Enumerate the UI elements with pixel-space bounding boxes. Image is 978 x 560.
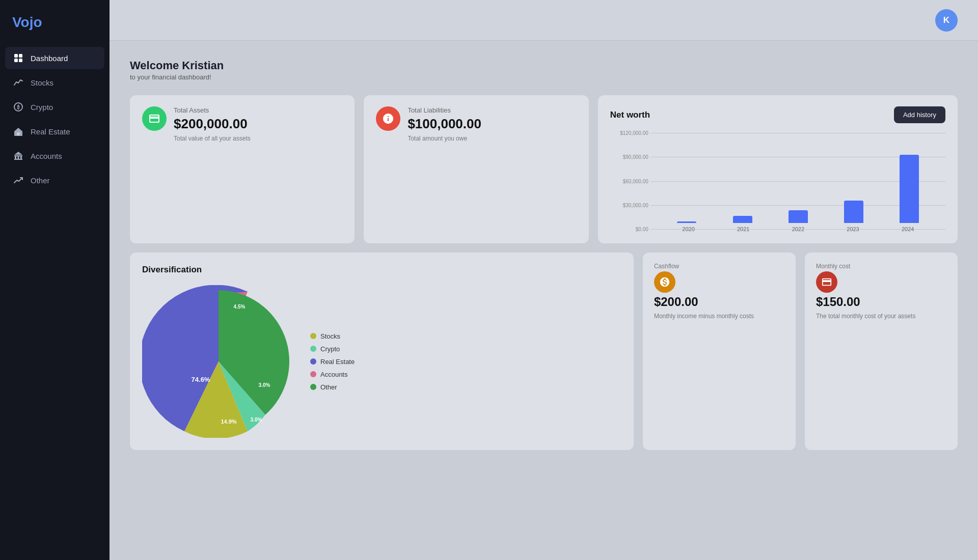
y-label-0: $120,000.00 [610,130,648,136]
sidebar-item-other[interactable]: Other [5,169,104,191]
sidebar-item-dashboard[interactable]: Dashboard [5,47,104,69]
bars [651,130,945,223]
svg-marker-12 [14,152,22,155]
svg-rect-7 [14,155,22,156]
x-label-2021: 2021 [716,226,771,232]
legend-label-stocks: Stocks [320,332,340,340]
logo-rest: ojo [21,14,42,30]
y-label-1: $90,000.00 [610,154,648,160]
bar-chart-area: $120,000.00 $90,000.00 $60,000.00 $ [610,130,945,232]
legend-stocks: Stocks [310,332,355,340]
bar-group-2024 [884,155,935,223]
svg-text:4.5%: 4.5% [234,304,246,310]
total-liabilities-card: Total Liabilities $100,000.00 Total amou… [364,95,588,243]
legend-accounts: Accounts [310,371,355,378]
total-assets-desc: Total value of all your assets [174,135,342,142]
sidebar-item-other-label: Other [31,176,50,185]
net-worth-card: Net worth Add history $120,000.00 $90,00… [598,95,958,243]
legend-label-real-estate: Real Estate [320,358,355,366]
cashflow-section: Cashflow $200.00 Monthly income minus mo… [643,253,958,450]
monthly-cost-value: $150.00 [816,295,946,309]
app-logo: Vojo [0,0,110,47]
x-label-2024: 2024 [880,226,935,232]
topbar: K [110,0,978,41]
svg-rect-10 [20,156,22,159]
sidebar-item-accounts[interactable]: Accounts [5,145,104,167]
pie-svg: 74.6% 14.9% 3.0% 4.5% 3.0% [142,285,295,438]
chart-icon [13,77,23,88]
top-cards-row: Total Assets $200,000.00 Total value of … [130,95,958,243]
sidebar-nav: Dashboard Stocks ₿ Crypto [0,47,110,191]
y-label-3: $30,000.00 [610,203,648,208]
pie-chart: 74.6% 14.9% 3.0% 4.5% 3.0% [142,285,295,438]
bar-2022 [789,210,808,223]
total-liabilities-value: $100,000.00 [408,116,576,132]
total-liabilities-label: Total Liabilities [408,106,576,114]
total-assets-label: Total Assets [174,106,342,114]
x-label-2020: 2020 [661,226,716,232]
monthly-cost-icon [816,271,837,293]
monthly-cost-card: Monthly cost $150.00 The total monthly c… [805,253,958,450]
total-liabilities-desc: Total amount you owe [408,135,576,142]
legend-dot-accounts [310,371,316,377]
sidebar-item-dashboard-label: Dashboard [31,54,68,63]
welcome-title: Welcome Kristian [130,59,958,72]
svg-text:₿: ₿ [17,104,20,110]
grid-icon [13,53,23,63]
svg-rect-11 [14,159,22,160]
add-history-button[interactable]: Add history [894,106,945,123]
y-label-4: $0.00 [610,227,648,232]
x-label-2022: 2022 [771,226,826,232]
svg-rect-9 [18,156,19,159]
bar-group-2022 [772,210,824,223]
legend-label-crypto: Crypto [320,345,340,353]
cashflow-value: $200.00 [654,295,784,309]
cashflow-card: Cashflow $200.00 Monthly income minus mo… [643,253,796,450]
x-label-2023: 2023 [826,226,881,232]
dashboard-content: Welcome Kristian to your financial dashb… [110,41,978,560]
legend-label-accounts: Accounts [320,371,347,378]
y-label-2: $60,000.00 [610,179,648,184]
bottom-row: Diversification [130,253,958,450]
svg-rect-2 [14,59,18,62]
legend-dot-crypto [310,346,316,352]
monthly-cost-desc: The total monthly cost of your assets [816,312,946,321]
cashflow-label: Cashflow [654,263,784,270]
trend-icon [13,175,23,185]
bar-group-2021 [717,216,768,223]
svg-text:3.0%: 3.0% [259,382,270,388]
diversification-card: Diversification [130,253,634,450]
sidebar-item-stocks[interactable]: Stocks [5,71,104,94]
total-assets-card: Total Assets $200,000.00 Total value of … [130,95,355,243]
bar-2024 [900,155,919,223]
bar-group-2020 [661,221,713,223]
legend-other: Other [310,383,355,391]
diversification-title: Diversification [142,265,621,275]
sidebar-item-real-estate[interactable]: Real Estate [5,120,104,143]
net-worth-title: Net worth [610,110,650,120]
monthly-cost-label: Monthly cost [816,263,946,270]
total-liabilities-icon [376,106,400,131]
bar-2021 [733,216,752,223]
svg-rect-3 [19,59,22,62]
x-labels: 2020 2021 2022 2023 2024 [651,226,945,232]
svg-rect-8 [15,156,16,159]
logo-v: V [12,14,21,30]
sidebar-item-stocks-label: Stocks [31,78,53,87]
coin-icon: ₿ [13,102,23,112]
legend-dot-real-estate [310,358,316,365]
sidebar: Vojo Dashboard Stocks [0,0,110,560]
legend-dot-other [310,384,316,390]
home-icon [13,126,23,136]
sidebar-item-crypto[interactable]: ₿ Crypto [5,96,104,118]
bar-2020 [677,221,696,223]
total-assets-icon [142,106,167,131]
user-avatar[interactable]: K [935,9,958,32]
sidebar-item-crypto-label: Crypto [31,103,53,111]
main-content: K Welcome Kristian to your financial das… [110,0,978,560]
svg-text:74.6%: 74.6% [192,376,210,383]
cashflow-icon [654,271,675,293]
bar-2023 [844,201,863,223]
bank-icon [13,151,23,161]
pie-legend: Stocks Crypto Real Estate Accounts [310,332,355,391]
